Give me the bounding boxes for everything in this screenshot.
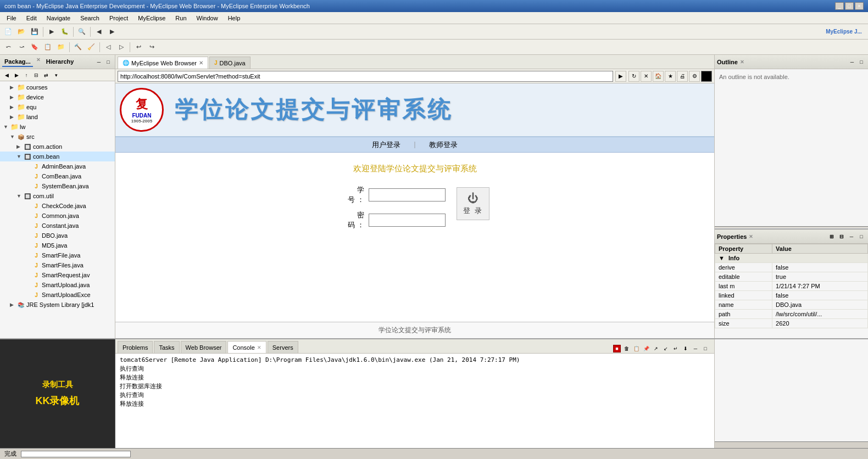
tab-console-close[interactable]: ✕: [257, 345, 261, 350]
properties-close-icon[interactable]: ✕: [749, 234, 753, 239]
login-button[interactable]: ⏻ 登 录: [457, 187, 489, 220]
tree-item-smartrequest[interactable]: ▶ J SmartRequest.jav: [0, 270, 115, 280]
outline-maximize[interactable]: □: [857, 58, 866, 66]
url-settings-btn[interactable]: ⚙: [689, 71, 700, 82]
tree-item-dbo[interactable]: ▶ J DBO.java: [0, 231, 115, 240]
console-stop-btn[interactable]: ■: [613, 345, 621, 352]
tab-console[interactable]: Console ✕: [227, 341, 266, 353]
menu-file[interactable]: File: [2, 14, 21, 23]
tb2-prev-btn[interactable]: ◁: [102, 41, 114, 53]
props-icon2[interactable]: ⊟: [837, 232, 846, 241]
tree-item-jre[interactable]: ▶ 📚 JRE System Library [jdk1: [0, 300, 115, 310]
web-browser-tab-close[interactable]: ✕: [199, 60, 203, 66]
back-btn[interactable]: ◀: [93, 26, 105, 38]
url-refresh-btn[interactable]: ↻: [628, 71, 639, 82]
menu-search[interactable]: Search: [76, 14, 104, 23]
tree-item-src[interactable]: ▼ 📦 src: [0, 132, 115, 142]
url-home-btn[interactable]: 🏠: [653, 71, 664, 82]
tree-item-device[interactable]: ▶ 📁 device: [0, 92, 115, 102]
panel-maximize-btn[interactable]: □: [104, 58, 113, 66]
url-input[interactable]: [118, 71, 613, 82]
tab-web-browser-bottom[interactable]: Web Browser: [181, 341, 227, 353]
console-export-btn[interactable]: ↗: [652, 344, 660, 353]
tb2-clean-btn[interactable]: 🧹: [85, 41, 97, 53]
props-maximize[interactable]: □: [857, 232, 866, 241]
open-btn[interactable]: 📂: [15, 26, 27, 38]
tb2-btn4[interactable]: 📋: [42, 41, 54, 53]
console-scroll-btn[interactable]: ⬇: [681, 344, 690, 353]
tab-servers[interactable]: Servers: [268, 341, 298, 353]
url-print-btn[interactable]: 🖨: [677, 71, 688, 82]
tab-problems[interactable]: Problems: [118, 341, 153, 353]
url-go-btn[interactable]: ▶: [615, 71, 626, 82]
url-stop-btn[interactable]: ✕: [641, 71, 652, 82]
console-copy-btn[interactable]: 📋: [632, 344, 641, 353]
close-btn[interactable]: ×: [855, 2, 864, 10]
tree-item-courses[interactable]: ▶ 📁 courses: [0, 82, 115, 92]
url-fav-btn[interactable]: ★: [665, 71, 676, 82]
console-word-wrap-btn[interactable]: ↵: [671, 344, 680, 353]
tree-back[interactable]: ◀: [2, 71, 11, 80]
tree-item-systembean[interactable]: ▶ J SystemBean.java: [0, 181, 115, 191]
tb2-btn1[interactable]: ⤺: [2, 41, 14, 53]
tree-item-combean[interactable]: ▶ J ComBean.java: [0, 171, 115, 181]
tab-web-browser[interactable]: 🌐 MyEclipse Web Browser ✕: [118, 57, 208, 69]
menu-navigate[interactable]: Navigate: [42, 14, 75, 23]
panel-minimize-btn[interactable]: ─: [94, 58, 103, 66]
nav-user-login[interactable]: 用户登录: [372, 140, 400, 150]
tree-item-com-action[interactable]: ▶ 🔲 com.action: [0, 142, 115, 152]
outline-minimize[interactable]: ─: [848, 58, 856, 66]
menu-help[interactable]: Help: [224, 14, 245, 23]
menu-run[interactable]: Run: [171, 14, 191, 23]
props-icon1[interactable]: ⊞: [827, 232, 836, 241]
minimize-btn[interactable]: _: [835, 2, 844, 10]
menu-myeclipse[interactable]: MyEclipse: [133, 14, 170, 23]
tree-item-checkcode[interactable]: ▶ J CheckCode.java: [0, 201, 115, 211]
menu-edit[interactable]: Edit: [22, 14, 41, 23]
tree-fwd[interactable]: ▶: [12, 71, 21, 80]
tree-menu[interactable]: ▾: [52, 71, 60, 80]
console-maximize-btn[interactable]: □: [701, 344, 710, 353]
menu-window[interactable]: Window: [192, 14, 222, 23]
tree-item-smartupload[interactable]: ▶ J SmartUpload.java: [0, 280, 115, 290]
console-clear-btn[interactable]: 🗑: [622, 344, 631, 353]
tree-item-equ[interactable]: ▶ 📁 equ: [0, 102, 115, 112]
search-btn[interactable]: 🔍: [76, 26, 88, 38]
tree-item-smartfile[interactable]: ▶ J SmartFile.java: [0, 250, 115, 260]
tree-item-md5[interactable]: ▶ J MD5.java: [0, 240, 115, 250]
outline-close-icon[interactable]: ✕: [740, 59, 744, 65]
new-btn[interactable]: 📄: [2, 26, 14, 38]
tb2-undo-btn[interactable]: ↩: [132, 41, 144, 53]
nav-teacher-login[interactable]: 教师登录: [429, 140, 458, 150]
tree-item-smartfiles[interactable]: ▶ J SmartFiles.java: [0, 260, 115, 270]
tb2-next-btn[interactable]: ▷: [115, 41, 127, 53]
tb2-btn2[interactable]: ⤻: [15, 41, 27, 53]
debug-btn[interactable]: 🐛: [59, 26, 71, 38]
tree-item-lw[interactable]: ▼ 📁 lw: [0, 122, 115, 132]
tree-item-com-util[interactable]: ▼ 🔲 com.util: [0, 191, 115, 201]
forward-btn[interactable]: ▶: [106, 26, 118, 38]
tab-package-explorer[interactable]: Packag...: [2, 57, 33, 67]
tree-item-common[interactable]: ▶ J Common.java: [0, 211, 115, 221]
props-minimize[interactable]: ─: [847, 232, 856, 241]
student-id-input[interactable]: [369, 188, 446, 201]
tb2-btn3[interactable]: 🔖: [29, 41, 41, 53]
tree-item-com-bean[interactable]: ▼ 🔲 com.bean: [0, 152, 115, 161]
bottom-right-scrollbar[interactable]: [715, 441, 868, 448]
tab-tasks[interactable]: Tasks: [154, 341, 179, 353]
tb2-redo-btn[interactable]: ↪: [146, 41, 158, 53]
url-color-btn[interactable]: [701, 71, 712, 82]
tree-item-land[interactable]: ▶ 📁 land: [0, 112, 115, 122]
run-btn[interactable]: ▶: [46, 26, 58, 38]
save-btn[interactable]: 💾: [29, 26, 41, 38]
console-minimize-btn[interactable]: ─: [691, 344, 700, 353]
tree-item-smartuploadexce[interactable]: ▶ J SmartUploadExce: [0, 290, 115, 300]
tab-hierarchy[interactable]: Hierarchy: [44, 57, 76, 67]
tree-item-adminbean[interactable]: ▶ J AdminBean.java: [0, 161, 115, 171]
console-pin-btn[interactable]: 📌: [642, 344, 650, 353]
tree-item-constant[interactable]: ▶ J Constant.java: [0, 221, 115, 231]
maximize-btn[interactable]: □: [845, 2, 854, 10]
tb2-btn5[interactable]: 📁: [55, 41, 67, 53]
tree-up[interactable]: ↑: [22, 71, 31, 80]
console-import-btn[interactable]: ↙: [661, 344, 670, 353]
